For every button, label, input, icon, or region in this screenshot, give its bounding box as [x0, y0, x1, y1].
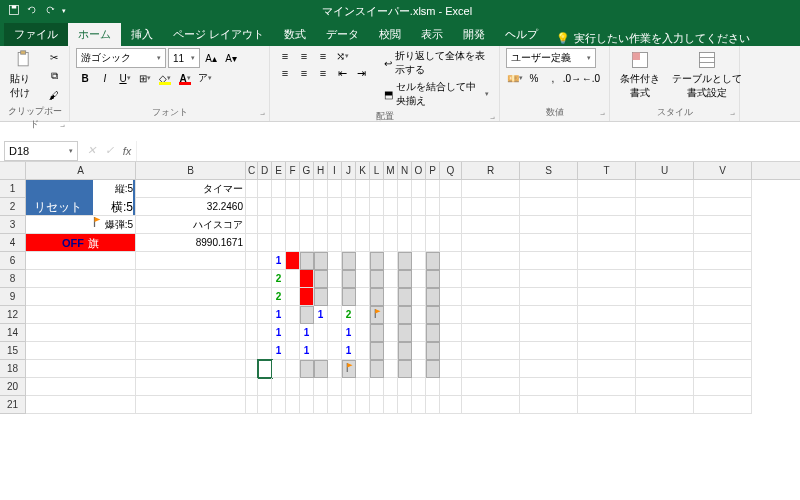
cell[interactable]	[286, 270, 300, 288]
cell[interactable]	[462, 324, 520, 342]
cell[interactable]	[398, 216, 412, 234]
cell[interactable]	[520, 270, 578, 288]
cell[interactable]	[398, 306, 412, 324]
cell[interactable]	[578, 378, 636, 396]
cell[interactable]	[356, 288, 370, 306]
cell[interactable]: 1	[342, 324, 356, 342]
cell[interactable]	[328, 198, 342, 216]
cell[interactable]	[342, 234, 356, 252]
cell[interactable]	[314, 342, 328, 360]
merge-button[interactable]: ⬒セルを結合して中央揃え▾	[380, 79, 493, 109]
cell[interactable]	[258, 252, 272, 270]
cell[interactable]	[246, 198, 258, 216]
tab-insert[interactable]: 挿入	[121, 23, 163, 46]
cell[interactable]	[356, 306, 370, 324]
cell[interactable]: 2	[342, 306, 356, 324]
row-header[interactable]: 8	[0, 270, 26, 288]
cell[interactable]	[314, 324, 328, 342]
cell[interactable]	[578, 396, 636, 414]
row-header[interactable]: 3	[0, 216, 26, 234]
cell[interactable]	[694, 342, 752, 360]
cond-format-button[interactable]: 条件付き 書式	[616, 48, 664, 102]
cell[interactable]	[300, 270, 314, 288]
cell[interactable]	[412, 306, 426, 324]
spreadsheet-grid[interactable]: A B C D E F G H I J K L M N O P Q R S T …	[0, 162, 800, 414]
cell[interactable]	[440, 306, 462, 324]
cell[interactable]	[286, 306, 300, 324]
cell[interactable]	[258, 198, 272, 216]
cell[interactable]	[286, 378, 300, 396]
cell[interactable]	[694, 288, 752, 306]
format-painter-icon[interactable]: 🖌	[45, 86, 63, 104]
cell[interactable]: 8990.1671	[136, 234, 246, 252]
cell[interactable]	[578, 234, 636, 252]
cell[interactable]	[462, 198, 520, 216]
cell[interactable]	[398, 234, 412, 252]
cell[interactable]	[440, 216, 462, 234]
cell[interactable]	[246, 234, 258, 252]
cell[interactable]: 2	[272, 270, 286, 288]
redo-icon[interactable]	[44, 4, 56, 18]
cell[interactable]	[26, 396, 136, 414]
cell[interactable]	[398, 198, 412, 216]
cell[interactable]	[426, 324, 440, 342]
row-header[interactable]: 6	[0, 252, 26, 270]
cell[interactable]	[462, 270, 520, 288]
cell[interactable]	[440, 396, 462, 414]
orientation-icon[interactable]: ⤭▾	[333, 48, 351, 64]
cell[interactable]	[370, 234, 384, 252]
font-name-select[interactable]: 游ゴシック▾	[76, 48, 166, 68]
tab-data[interactable]: データ	[316, 23, 369, 46]
row-header[interactable]: 21	[0, 396, 26, 414]
inc-decimal-icon[interactable]: .0→	[563, 69, 581, 87]
cell[interactable]	[26, 288, 136, 306]
cell[interactable]	[26, 342, 136, 360]
ruby-icon[interactable]: ア▾	[196, 69, 214, 87]
cell[interactable]	[342, 360, 356, 378]
cell[interactable]	[258, 180, 272, 198]
cell[interactable]	[246, 324, 258, 342]
cell[interactable]	[412, 342, 426, 360]
cell[interactable]	[636, 306, 694, 324]
cell[interactable]	[258, 288, 272, 306]
cell[interactable]	[314, 252, 328, 270]
cell[interactable]	[356, 378, 370, 396]
cell[interactable]	[694, 324, 752, 342]
align-right-icon[interactable]: ≡	[314, 65, 332, 81]
tab-view[interactable]: 表示	[411, 23, 453, 46]
cell[interactable]	[26, 378, 136, 396]
cell[interactable]	[314, 198, 328, 216]
cell[interactable]: 2	[272, 288, 286, 306]
save-icon[interactable]	[8, 4, 20, 18]
cell[interactable]	[426, 288, 440, 306]
cell[interactable]	[520, 216, 578, 234]
cell[interactable]	[328, 288, 342, 306]
cell[interactable]	[246, 288, 258, 306]
cell[interactable]	[578, 270, 636, 288]
cell[interactable]	[462, 360, 520, 378]
cell[interactable]	[300, 378, 314, 396]
cell[interactable]	[694, 378, 752, 396]
cell[interactable]	[370, 360, 384, 378]
cell[interactable]	[520, 324, 578, 342]
cell[interactable]	[578, 342, 636, 360]
name-box[interactable]: D18▾	[4, 141, 78, 161]
cell[interactable]: 1	[342, 342, 356, 360]
cell[interactable]	[258, 324, 272, 342]
cell[interactable]	[314, 396, 328, 414]
cell[interactable]	[258, 360, 272, 378]
cell[interactable]	[246, 306, 258, 324]
cell[interactable]	[636, 216, 694, 234]
col-header[interactable]: N	[398, 162, 412, 179]
cell[interactable]	[520, 198, 578, 216]
cell[interactable]	[136, 360, 246, 378]
cell[interactable]	[520, 234, 578, 252]
cell[interactable]	[136, 306, 246, 324]
col-header[interactable]: U	[636, 162, 694, 179]
cell[interactable]: リセット横:5	[26, 198, 136, 216]
tab-layout[interactable]: ページ レイアウト	[163, 23, 274, 46]
cell[interactable]: OFF旗	[26, 234, 136, 252]
cell[interactable]	[384, 342, 398, 360]
cell[interactable]	[272, 360, 286, 378]
col-header[interactable]: L	[370, 162, 384, 179]
